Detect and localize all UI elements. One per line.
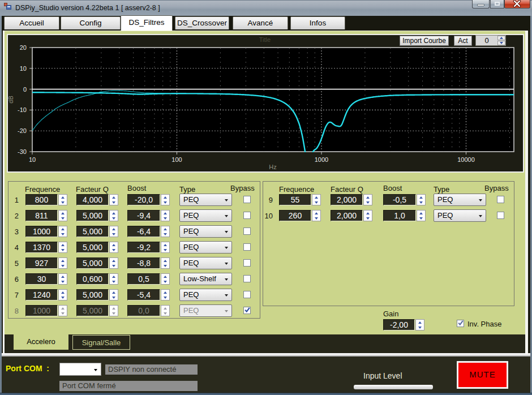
svg-text:-20: -20: [18, 127, 27, 134]
svg-text:Title: Title: [259, 36, 271, 43]
svg-text:10: 10: [20, 65, 27, 72]
svg-text:-30: -30: [18, 148, 27, 155]
svg-text:-10: -10: [18, 106, 27, 113]
svg-text:1000: 1000: [315, 156, 328, 163]
svg-text:Hz: Hz: [269, 164, 276, 170]
svg-text:0: 0: [23, 86, 27, 93]
svg-text:10000: 10000: [457, 156, 475, 163]
svg-text:100: 100: [171, 156, 182, 163]
svg-text:10: 10: [29, 156, 36, 163]
svg-text:20: 20: [20, 44, 27, 51]
svg-text:dB: dB: [7, 96, 14, 103]
